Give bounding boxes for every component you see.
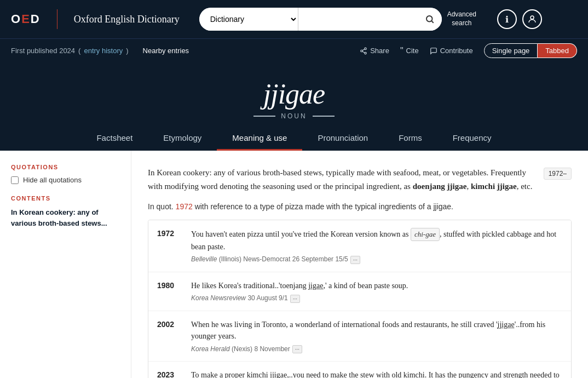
quot-jjigae-2002: jjigae — [498, 320, 515, 329]
share-icon — [360, 47, 367, 55]
oxford-title: Oxford English Dictionary — [74, 14, 180, 25]
ellipsis-badge-1980[interactable]: ··· — [290, 295, 300, 303]
svg-point-0 — [426, 16, 433, 22]
search-wrapper: Dictionary Historical Thesaurus Name Ind… — [199, 8, 442, 31]
svg-point-2 — [531, 16, 534, 19]
tabbed-button[interactable]: Tabbed — [538, 43, 577, 58]
quot-source-2002: Korea Herald (Nexis) 8 November··· — [191, 345, 562, 353]
logo-divider — [57, 9, 57, 29]
hide-quotations-row: Hide all quotations — [11, 176, 120, 184]
share-button[interactable]: Share — [360, 47, 389, 55]
definition-block: In Korean cookery: any of various broth-… — [148, 166, 572, 193]
advanced-search-link[interactable]: Advanced search — [447, 10, 476, 27]
search-type-select[interactable]: Dictionary Historical Thesaurus Name Ind… — [199, 8, 298, 31]
svg-line-1 — [431, 21, 433, 22]
content-area: In Korean cookery: any of various broth-… — [131, 151, 588, 378]
quot-year-2023: 2023 — [157, 369, 181, 378]
oed-logo: OED — [11, 12, 41, 26]
svg-line-6 — [362, 51, 365, 52]
contribute-button[interactable]: Contribute — [430, 47, 473, 55]
info-icon-button[interactable]: ℹ — [497, 9, 517, 29]
definition-text-2: , — [466, 182, 471, 191]
quotations-section-title: QUOTATIONS — [11, 164, 120, 170]
sub-header: First published 2024 ( entry history ) N… — [0, 38, 588, 62]
definition-text-3: , etc. — [517, 182, 533, 191]
quot-text-plain-1980: He likes Korea's traditional..'toenjang — [191, 282, 308, 290]
contribute-label: Contribute — [440, 47, 473, 55]
user-icon — [527, 14, 537, 24]
entry-history-link[interactable]: entry history — [84, 47, 123, 55]
quot-source-rest-2002: (Nexis) 8 November — [230, 345, 290, 353]
table-row: 2023 To make a proper kimchi jjigae,..yo… — [148, 362, 571, 378]
svg-point-4 — [361, 50, 363, 52]
pos-dash-left — [253, 116, 275, 117]
nearby-entries-link[interactable]: Nearby entries — [143, 47, 189, 55]
share-label: Share — [370, 47, 389, 55]
definition-bold-2: kimchi jjigae — [471, 182, 517, 191]
tab-forms[interactable]: Forms — [383, 125, 437, 151]
tab-meaning-use[interactable]: Meaning & use — [217, 125, 302, 151]
table-row: 1972 You haven't eaten pizza until you'v… — [148, 220, 571, 272]
word-pos-line: NOUN — [11, 112, 577, 120]
quot-rest-text: with reference to a type of pizza made w… — [193, 202, 453, 211]
top-header: OED Oxford English Dictionary Dictionary… — [0, 0, 588, 38]
tab-etymology[interactable]: Etymology — [148, 125, 217, 151]
quot-year-2002: 2002 — [157, 319, 181, 354]
quot-source-italic-1972: Belleville — [191, 255, 217, 263]
tab-factsheet[interactable]: Factsheet — [81, 125, 148, 151]
quot-text-1972: You haven't eaten pizza until you've tri… — [191, 228, 562, 253]
quot-jjigae-2023: jjigae — [270, 371, 287, 378]
tab-pronunciation[interactable]: Pronunciation — [302, 125, 383, 151]
quot-body-1980: He likes Korea's traditional..'toenjang … — [191, 280, 562, 303]
quot-text-after-1980: ,' a kind of bean paste soup. — [323, 282, 408, 290]
search-icon — [425, 14, 435, 24]
search-container: Dictionary Historical Thesaurus Name Ind… — [199, 8, 484, 31]
table-row: 1980 He likes Korea's traditional..'toen… — [148, 272, 571, 311]
quot-text-1980: He likes Korea's traditional..'toenjang … — [191, 280, 562, 292]
ellipsis-badge-1972[interactable]: ··· — [350, 256, 360, 264]
quot-source-1980: Korea Newsreview 30 August 9/1··· — [191, 294, 562, 302]
quotations-table: 1972 You haven't eaten pizza until you'v… — [148, 220, 572, 379]
quot-text-2002: When he was living in Toronto, a wonderl… — [191, 319, 562, 342]
view-toggle: Single page Tabbed — [484, 43, 577, 58]
cite-button[interactable]: " Cite — [400, 46, 419, 56]
quot-year-link[interactable]: 1972 — [176, 202, 193, 211]
quot-source-1972: Belleville (Illinois) News-Democrat 26 S… — [191, 255, 562, 264]
quot-source-italic-1980: Korea Newsreview — [191, 294, 246, 302]
quot-text-before-2023: To make a proper kimchi — [191, 371, 270, 378]
definition-bold-1: doenjang jjigae — [413, 182, 467, 191]
single-page-button[interactable]: Single page — [484, 43, 538, 58]
main-layout: QUOTATIONS Hide all quotations CONTENTS … — [0, 151, 588, 378]
search-input[interactable] — [298, 8, 418, 31]
search-button[interactable] — [418, 8, 442, 31]
contribute-icon — [430, 47, 437, 55]
chi-gae-badge: chi-gae — [411, 228, 440, 241]
contents-item[interactable]: In Korean cookery: any of various broth-… — [11, 207, 120, 228]
ellipsis-badge-2002[interactable]: ··· — [292, 345, 302, 353]
word-pos: NOUN — [281, 112, 307, 120]
header-icons: ℹ — [497, 9, 542, 29]
word-header: jjigae NOUN — [0, 62, 588, 125]
oed-letters: OED — [11, 12, 41, 26]
quot-text-before-1972: You haven't eaten pizza until you've tri… — [191, 230, 411, 238]
quot-source-rest-1980: 30 August 9/1 — [246, 294, 288, 302]
hide-quotations-checkbox[interactable] — [11, 176, 19, 184]
word-title: jjigae — [11, 78, 577, 110]
definition-text: In Korean cookery: any of various broth-… — [148, 166, 535, 193]
hide-quotations-label[interactable]: Hide all quotations — [23, 176, 82, 184]
word-nav: Factsheet Etymology Meaning & use Pronun… — [0, 125, 588, 151]
year-badge: 1972– — [544, 168, 572, 180]
quot-text-before-2002: When he was living in Toronto, a wonderl… — [191, 320, 498, 329]
user-icon-button[interactable] — [522, 9, 542, 29]
quot-source-italic-2002: Korea Herald — [191, 345, 230, 353]
sub-header-right: Share " Cite Contribute Single page Tabb… — [360, 43, 577, 58]
sub-header-left: First published 2024 ( entry history ) N… — [11, 47, 360, 55]
quot-intro-line: In quot. 1972 with reference to a type o… — [148, 202, 572, 211]
svg-point-3 — [365, 48, 367, 50]
first-published-text: First published 2024 — [11, 47, 75, 55]
tab-frequency[interactable]: Frequency — [437, 125, 507, 151]
info-icon: ℹ — [505, 14, 509, 25]
sidebar: QUOTATIONS Hide all quotations CONTENTS … — [0, 151, 131, 378]
quot-year-1980: 1980 — [157, 280, 181, 303]
quot-year-1972: 1972 — [157, 228, 181, 264]
